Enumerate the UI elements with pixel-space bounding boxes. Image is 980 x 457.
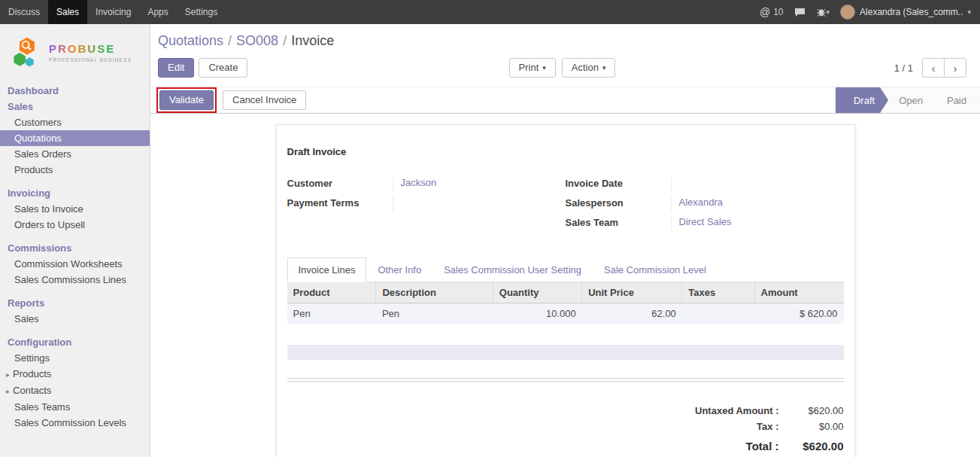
- nav-item-apps[interactable]: Apps: [139, 0, 176, 24]
- breadcrumb-quotations[interactable]: Quotations: [158, 33, 223, 48]
- app-logo[interactable]: PROBUSE PROFESSIONAL BUSINESS: [0, 24, 150, 83]
- create-button[interactable]: Create: [199, 58, 247, 78]
- salesperson-label: Salesperson: [566, 197, 671, 212]
- form-view: Draft Invoice Customer Jackson Payment T…: [150, 114, 980, 457]
- sidebar-item-label: Products: [13, 368, 51, 379]
- col-taxes: Taxes: [682, 282, 754, 303]
- navbar-systray: @ 10 ▾ Alexandra (Sales_comm.. ▾: [760, 0, 980, 24]
- nav-item-invoicing[interactable]: Invoicing: [87, 0, 139, 24]
- print-dropdown-button[interactable]: Print ▾: [509, 58, 556, 78]
- cancel-invoice-button[interactable]: Cancel Invoice: [223, 90, 306, 110]
- status-step-open[interactable]: Open: [881, 87, 936, 113]
- invoice-title: Draft Invoice: [287, 146, 844, 157]
- debug-bug-icon[interactable]: ▾: [816, 8, 830, 17]
- sales-team-label: Sales Team: [566, 216, 671, 231]
- sidebar-item-customers[interactable]: Customers: [0, 114, 150, 130]
- customer-label: Customer: [287, 177, 393, 192]
- main-content: Quotations/SO008/Invoice Edit Create Pri…: [150, 24, 980, 457]
- user-avatar: [840, 5, 855, 20]
- sidebar-item-quotations[interactable]: Quotations: [0, 130, 150, 146]
- action-dropdown-button[interactable]: Action ▾: [562, 58, 616, 78]
- sidebar-heading-dashboard[interactable]: Dashboard: [0, 83, 150, 99]
- pager-value: 1 / 1: [894, 62, 913, 74]
- activity-menu[interactable]: @ 10: [760, 6, 784, 18]
- sidebar-heading-commissions[interactable]: Commissions: [0, 240, 150, 256]
- activity-count: 10: [773, 7, 783, 17]
- sidebar-item-sales-teams[interactable]: Sales Teams: [0, 399, 150, 415]
- action-label: Action: [572, 62, 599, 74]
- logo-text: PROBUSE PROFESSIONAL BUSINESS: [49, 43, 132, 62]
- total-value: $620.00: [790, 440, 844, 452]
- control-panel-buttons-row: Edit Create Print ▾ Action ▾ 1 / 1: [158, 58, 966, 81]
- tab-sale-commission-level[interactable]: Sale Commission Level: [593, 257, 718, 282]
- table-header-row: Product Description Quantity Unit Price …: [287, 282, 844, 303]
- breadcrumb-current: Invoice: [291, 33, 334, 48]
- col-unit-price: Unit Price: [582, 282, 682, 303]
- app-window: Discuss Sales Invoicing Apps Settings @ …: [0, 0, 980, 457]
- sidebar-item-config-products[interactable]: ▸Products: [0, 366, 150, 382]
- sidebar-heading-invoicing[interactable]: Invoicing: [0, 185, 150, 201]
- sidebar-item-sales-orders[interactable]: Sales Orders: [0, 146, 150, 162]
- sidebar-item-products[interactable]: Products: [0, 162, 150, 178]
- sidebar-item-reports-sales[interactable]: Sales: [0, 311, 150, 327]
- sidebar-item-config-contacts[interactable]: ▸Contacts: [0, 382, 150, 399]
- sidebar-item-commission-worksheets[interactable]: Commission Worksheets: [0, 256, 150, 272]
- sidebar-menu: Dashboard Sales Customers Quotations Sal…: [0, 83, 150, 431]
- expand-arrow-icon: ▸: [6, 387, 10, 395]
- salesperson-value[interactable]: Alexandra: [671, 197, 829, 212]
- col-amount: Amount: [754, 282, 843, 303]
- pager-previous-button[interactable]: ‹: [922, 58, 945, 78]
- status-step-draft[interactable]: Draft: [836, 87, 888, 113]
- sidebar-item-orders-to-upsell[interactable]: Orders to Upsell: [0, 217, 150, 233]
- tax-label: Tax :: [633, 421, 790, 432]
- messages-icon[interactable]: [794, 8, 806, 17]
- nav-item-discuss[interactable]: Discuss: [0, 0, 48, 24]
- nav-item-sales[interactable]: Sales: [48, 0, 87, 24]
- breadcrumb-separator: /: [228, 33, 232, 48]
- tab-invoice-lines[interactable]: Invoice Lines: [287, 257, 367, 282]
- totals-block: Untaxed Amount : $620.00 Tax : $0.00 Tot…: [633, 403, 844, 455]
- pager: 1 / 1 ‹ ›: [894, 58, 966, 78]
- sidebar-item-sales-to-invoice[interactable]: Sales to Invoice: [0, 201, 150, 217]
- status-step-paid[interactable]: Paid: [929, 87, 980, 113]
- pager-next-button[interactable]: ›: [944, 58, 966, 78]
- sales-team-value[interactable]: Direct Sales: [671, 216, 829, 231]
- invoice-date-value: [671, 177, 829, 192]
- caret-down-icon: ▾: [602, 62, 606, 74]
- logo-title: PROBUSE: [49, 43, 132, 56]
- sidebar-heading-reports[interactable]: Reports: [0, 295, 150, 311]
- customer-value[interactable]: Jackson: [393, 177, 551, 192]
- nav-item-settings[interactable]: Settings: [177, 0, 226, 24]
- payment-terms-label: Payment Terms: [287, 197, 393, 212]
- sidebar-item-settings[interactable]: Settings: [0, 350, 150, 366]
- untaxed-amount-value: $620.00: [790, 405, 844, 416]
- breadcrumb-separator: /: [283, 33, 287, 48]
- user-menu[interactable]: Alexandra (Sales_comm.. ▾: [840, 5, 971, 20]
- sidebar-item-sales-commissions-lines[interactable]: Sales Commissions Lines: [0, 272, 150, 288]
- edit-button[interactable]: Edit: [158, 58, 194, 78]
- sidebar-item-sales-commission-levels[interactable]: Sales Commission Levels: [0, 415, 150, 431]
- print-label: Print: [519, 62, 539, 74]
- tab-sales-commission-user-setting[interactable]: Sales Commission User Setting: [432, 257, 593, 282]
- breadcrumb: Quotations/SO008/Invoice: [158, 33, 966, 49]
- table-row[interactable]: Pen Pen 10.000 62.00 $ 620.00: [287, 303, 844, 324]
- validate-button[interactable]: Validate: [159, 90, 214, 110]
- debug-caret-icon: ▾: [827, 8, 830, 16]
- total-label: Total :: [633, 440, 790, 452]
- tax-value: $0.00: [790, 421, 844, 432]
- action-buttons: Print ▾ Action ▾: [509, 58, 616, 78]
- status-steps: Draft Open Paid: [836, 87, 980, 113]
- invoice-sheet: Draft Invoice Customer Jackson Payment T…: [276, 124, 855, 457]
- user-menu-caret-icon: ▾: [967, 8, 971, 16]
- validate-highlight-box: Validate: [156, 87, 217, 113]
- col-product: Product: [287, 282, 376, 303]
- tab-other-info[interactable]: Other Info: [366, 257, 432, 282]
- sidebar-heading-sales[interactable]: Sales: [0, 99, 150, 114]
- logo-subtitle: PROFESSIONAL BUSINESS: [49, 57, 132, 62]
- untaxed-amount-label: Untaxed Amount :: [633, 405, 790, 416]
- main-menu: Discuss Sales Invoicing Apps Settings: [0, 0, 226, 24]
- top-navbar: Discuss Sales Invoicing Apps Settings @ …: [0, 0, 980, 24]
- statusbar: Validate Cancel Invoice Draft Open Paid: [150, 87, 980, 114]
- breadcrumb-so008[interactable]: SO008: [236, 33, 278, 48]
- sidebar-heading-configuration[interactable]: Configuration: [0, 334, 150, 350]
